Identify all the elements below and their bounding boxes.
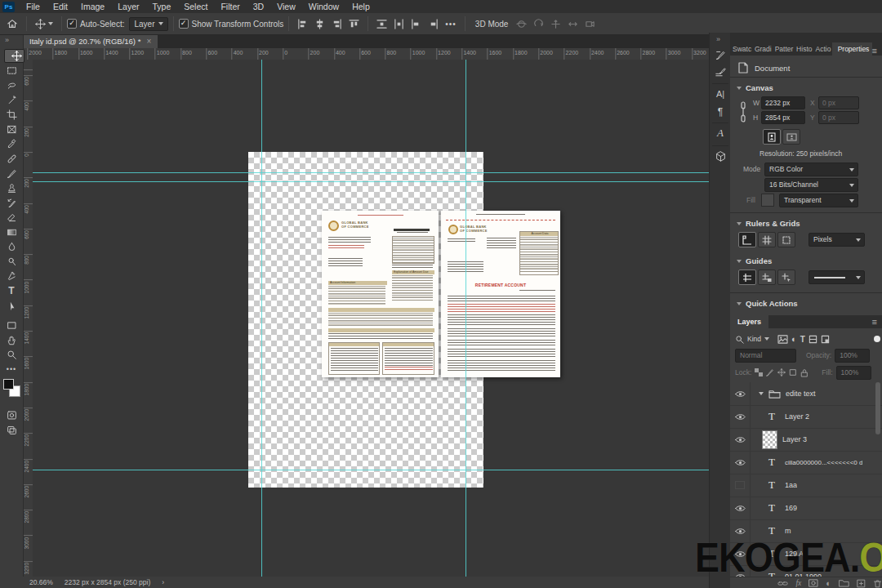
distribute-vertical-icon[interactable] xyxy=(376,19,387,29)
strip-collapse-icon[interactable]: » xyxy=(716,35,719,43)
distribute-right-icon[interactable] xyxy=(428,19,439,29)
lock-artboard-icon[interactable] xyxy=(789,368,797,376)
lock-position-icon[interactable] xyxy=(777,368,786,376)
link-dimensions-icon[interactable] xyxy=(740,101,746,122)
visibility-toggle[interactable] xyxy=(730,428,751,451)
move-tool-icon[interactable] xyxy=(35,19,53,29)
align-top-edges-icon[interactable] xyxy=(349,19,359,29)
rulers-toggle-button[interactable] xyxy=(738,232,756,247)
character-panel-icon[interactable]: A| xyxy=(713,87,728,101)
grid-toggle-button[interactable] xyxy=(758,232,776,247)
visibility-toggle[interactable] xyxy=(730,382,751,405)
edit-toolbar-icon[interactable]: ••• xyxy=(4,363,19,376)
quick-mask-icon[interactable] xyxy=(4,408,19,421)
eraser-tool[interactable] xyxy=(4,211,19,224)
bit-depth-select[interactable]: 16 Bits/Channel xyxy=(764,178,858,192)
kind-filter-select[interactable]: Kind xyxy=(747,335,761,343)
lock-transparency-icon[interactable] xyxy=(755,368,763,376)
brush-tool[interactable] xyxy=(4,167,19,180)
menu-view[interactable]: View xyxy=(270,0,302,13)
brushes-icon[interactable] xyxy=(713,65,728,80)
menu-layer[interactable]: Layer xyxy=(111,0,145,13)
menu-file[interactable]: File xyxy=(20,0,47,13)
fill-swatch[interactable] xyxy=(761,194,774,207)
orientation-landscape-button[interactable] xyxy=(782,129,800,145)
lock-guides-button[interactable] xyxy=(758,270,776,285)
layers-menu-icon[interactable]: ≡ xyxy=(872,317,877,327)
horizontal-guide-1[interactable] xyxy=(33,172,709,173)
tab-history[interactable]: Histo xyxy=(794,42,813,56)
filter-adjustment-icon[interactable]: ◐ xyxy=(791,334,797,344)
clone-stamp-tool[interactable] xyxy=(4,181,19,194)
edit-guides-button[interactable] xyxy=(777,270,795,285)
menu-filter[interactable]: Filter xyxy=(214,0,246,13)
color-swatches[interactable] xyxy=(3,379,20,400)
zoom-tool[interactable] xyxy=(4,348,19,361)
brush-settings-icon[interactable] xyxy=(713,47,728,62)
lock-all-icon[interactable] xyxy=(800,368,808,377)
align-left-edges-icon[interactable] xyxy=(297,19,308,29)
rulers-grids-section-header[interactable]: Rulers & Grids xyxy=(737,219,800,228)
align-horizontal-centers-icon[interactable] xyxy=(314,19,325,29)
lock-paint-icon[interactable] xyxy=(766,368,774,376)
distribute-left-icon[interactable] xyxy=(411,19,421,29)
glyphs-panel-icon[interactable]: A xyxy=(713,126,728,140)
y-field[interactable]: 0 px xyxy=(818,111,859,124)
quick-selection-tool[interactable] xyxy=(4,93,19,106)
tab-actions[interactable]: Actio xyxy=(813,42,832,56)
shape-tool[interactable] xyxy=(4,318,19,332)
vertical-guide-2[interactable] xyxy=(466,60,466,577)
move-tool[interactable] xyxy=(4,49,24,63)
3d-orbit-icon[interactable] xyxy=(516,19,527,29)
menu-edit[interactable]: Edit xyxy=(47,0,74,13)
menu-help[interactable]: Help xyxy=(345,0,376,13)
height-field[interactable]: 2854 px xyxy=(761,111,805,124)
menu-image[interactable]: Image xyxy=(74,0,111,13)
healing-brush-tool[interactable] xyxy=(4,152,19,165)
quick-actions-section-header[interactable]: Quick Actions xyxy=(737,299,798,308)
zoom-level[interactable]: 20.66% xyxy=(29,578,53,586)
layer-row-text[interactable]: T 169 xyxy=(730,497,882,520)
visibility-toggle[interactable] xyxy=(730,497,751,519)
mode-select[interactable]: RGB Color xyxy=(764,163,858,176)
hand-tool[interactable] xyxy=(4,333,19,346)
panel-menu-icon[interactable]: ≡ xyxy=(872,46,882,56)
type-tool[interactable]: T xyxy=(4,284,19,297)
eyedropper-tool[interactable] xyxy=(4,137,19,150)
tab-properties[interactable]: Properties xyxy=(832,42,872,56)
guides-section-header[interactable]: Guides xyxy=(737,256,772,265)
tab-layers[interactable]: Layers xyxy=(730,315,768,328)
layers-scrollbar[interactable] xyxy=(875,382,880,434)
screen-mode-icon[interactable] xyxy=(4,423,19,436)
layer-row-group[interactable]: edite text xyxy=(730,382,882,406)
3d-camera-icon[interactable] xyxy=(585,19,595,29)
menu-type[interactable]: Type xyxy=(145,0,177,13)
visibility-toggle[interactable] xyxy=(730,405,751,428)
libraries-panel-icon[interactable] xyxy=(713,149,728,163)
horizontal-guide-3[interactable] xyxy=(33,470,709,470)
auto-select-checkbox[interactable]: ✓ xyxy=(67,19,77,29)
menu-window[interactable]: Window xyxy=(302,0,345,13)
filter-smart-object-icon[interactable] xyxy=(821,335,830,344)
pen-tool[interactable] xyxy=(4,270,19,283)
show-transform-checkbox[interactable]: ✓ xyxy=(179,19,189,29)
3d-roll-icon[interactable] xyxy=(533,19,544,29)
horizontal-ruler[interactable]: 2000180016001400120010008006004002000200… xyxy=(23,48,709,60)
crop-tool[interactable] xyxy=(4,108,19,121)
orientation-portrait-button[interactable] xyxy=(763,129,781,145)
fill-select[interactable]: Transparent xyxy=(779,194,858,207)
fill-opacity-select[interactable]: 100% xyxy=(836,366,871,380)
layer-row-text[interactable]: T Layer 2 xyxy=(730,405,882,429)
opacity-select[interactable]: 100% xyxy=(835,349,870,363)
home-icon[interactable] xyxy=(7,18,18,29)
tab-patterns[interactable]: Patter xyxy=(773,42,794,56)
guide-style-select[interactable] xyxy=(808,270,865,284)
ruler-units-select[interactable]: Pixels xyxy=(808,233,865,247)
snap-toggle-button[interactable] xyxy=(777,232,795,247)
foreground-color-swatch[interactable] xyxy=(3,379,14,390)
guides-toggle-button[interactable] xyxy=(738,270,756,285)
vertical-guide-1[interactable] xyxy=(261,60,262,577)
filter-shape-icon[interactable] xyxy=(808,335,817,344)
auto-select-target-dropdown[interactable]: Layer xyxy=(129,17,167,31)
layer-row-text-hidden[interactable]: T 1aa xyxy=(730,474,882,497)
